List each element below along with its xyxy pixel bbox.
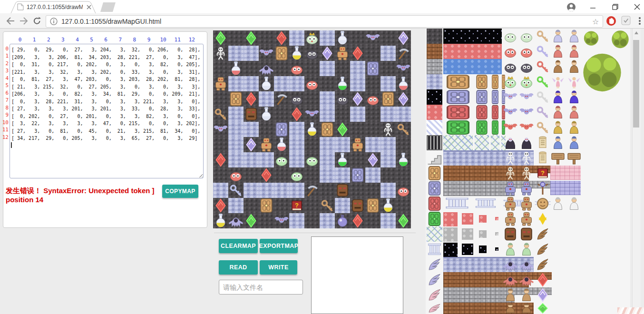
tileset-tile-graysq[interactable] <box>443 227 458 242</box>
map-tile[interactable] <box>381 152 396 167</box>
tileset-tile-book[interactable]: ? <box>535 166 550 181</box>
map-tile[interactable] <box>396 183 411 198</box>
map-tile[interactable] <box>350 122 365 137</box>
tileset-tile-wing[interactable] <box>427 303 442 314</box>
tileset-tile-tree[interactable] <box>610 29 630 49</box>
map-tile[interactable] <box>244 167 259 183</box>
map-tile[interactable] <box>396 107 411 122</box>
map-tile[interactable] <box>213 213 228 228</box>
map-tile[interactable] <box>304 137 320 152</box>
map-tile[interactable] <box>320 183 335 198</box>
tab-close-icon[interactable] <box>86 4 92 10</box>
tileset-tile-key[interactable] <box>535 74 550 89</box>
map-tile[interactable] <box>365 137 381 152</box>
tileset-tile-ghost[interactable] <box>503 257 518 272</box>
map-tile[interactable] <box>228 122 244 137</box>
tileset-tile-graysq[interactable] <box>479 230 487 238</box>
tileset-tile-scroll[interactable] <box>535 135 550 150</box>
tileset-tile-door[interactable] <box>491 89 499 105</box>
map-tile[interactable] <box>350 91 365 107</box>
map-tile[interactable] <box>396 167 411 183</box>
map-tile[interactable] <box>289 213 304 228</box>
map-tile[interactable] <box>350 61 365 76</box>
tileset-tile-stars[interactable] <box>479 245 487 253</box>
map-tile[interactable] <box>289 122 304 137</box>
tileset-tile-person[interactable] <box>550 59 566 74</box>
map-tile[interactable] <box>396 198 411 213</box>
map-tile[interactable] <box>335 30 350 46</box>
map-tile[interactable] <box>228 107 244 122</box>
map-tile[interactable] <box>228 46 244 61</box>
tileset-tile-gem[interactable] <box>535 287 550 303</box>
tileset-tile-slime[interactable] <box>519 29 534 44</box>
map-tile[interactable] <box>304 198 320 213</box>
tileset-tile-door[interactable] <box>491 120 499 135</box>
map-tile[interactable] <box>381 91 396 107</box>
exportmap-button[interactable]: EXPORTMAP <box>260 239 298 253</box>
map-tile[interactable] <box>365 46 381 61</box>
tileset-tile-golem[interactable] <box>519 211 534 226</box>
tileset-tile-door[interactable] <box>443 74 473 89</box>
tileset-tile-sign[interactable] <box>566 150 582 166</box>
tileset-tile-person[interactable] <box>503 242 518 257</box>
tileset-tile-red[interactable] <box>443 44 502 59</box>
tileset-tile-door[interactable] <box>427 166 442 181</box>
map-tile[interactable] <box>244 76 259 91</box>
map-tile[interactable] <box>320 30 335 46</box>
tileset-tile-red[interactable] <box>443 212 458 226</box>
map-tile[interactable] <box>381 198 396 213</box>
map-tile[interactable] <box>350 30 365 46</box>
tileset-tile-face[interactable] <box>503 226 518 242</box>
tileset-tile-slime[interactable] <box>503 44 518 59</box>
tileset-tile-red[interactable] <box>462 213 473 225</box>
tileset-tile-door[interactable] <box>475 120 489 135</box>
tileset-tile-door[interactable] <box>443 89 473 105</box>
map-tile[interactable] <box>289 107 304 122</box>
map-tile[interactable] <box>259 46 274 61</box>
tileset-tile-vampire[interactable] <box>503 135 518 150</box>
restore-button[interactable] <box>608 1 622 12</box>
map-tile[interactable] <box>396 213 411 228</box>
map-tile[interactable] <box>244 183 259 198</box>
map-tile[interactable] <box>320 213 335 228</box>
map-tile[interactable] <box>365 213 381 228</box>
map-tile[interactable] <box>335 91 350 107</box>
tileset-tile-key[interactable] <box>535 29 550 44</box>
copymap-button[interactable]: COPYMAP <box>162 185 198 198</box>
map-tile[interactable] <box>396 30 411 46</box>
map-tile[interactable] <box>289 137 304 152</box>
map-tile[interactable] <box>274 167 289 183</box>
tileset-tile-staff[interactable] <box>535 181 550 196</box>
scrollbar-up-icon[interactable] <box>634 31 638 34</box>
tileset-tile-golem[interactable] <box>503 211 518 226</box>
output-box[interactable] <box>311 236 403 314</box>
filename-input[interactable] <box>219 280 303 294</box>
tileset-tile-stars[interactable] <box>443 29 502 44</box>
tileset-tile-door[interactable] <box>475 74 489 89</box>
map-tile[interactable] <box>304 152 320 167</box>
tileset-tile-skeleton[interactable] <box>519 150 534 166</box>
map-tile[interactable] <box>350 137 365 152</box>
map-tile[interactable] <box>320 61 335 76</box>
page-info-icon[interactable] <box>50 18 58 27</box>
map-tile[interactable] <box>289 152 304 167</box>
map-tile[interactable] <box>365 76 381 91</box>
map-tile[interactable] <box>259 122 274 137</box>
map-tile[interactable] <box>259 91 274 107</box>
tileset-tile-stars[interactable] <box>495 247 498 251</box>
map-tile[interactable] <box>213 46 228 61</box>
map-tile[interactable] <box>274 122 289 137</box>
tileset-tile-bars[interactable] <box>427 135 442 150</box>
tileset-tile-cobble[interactable] <box>427 74 442 89</box>
map-tile[interactable] <box>274 30 289 46</box>
tileset-tile-door[interactable] <box>475 89 489 105</box>
map-tile[interactable] <box>381 137 396 152</box>
tileset-tile-rock[interactable] <box>427 29 442 44</box>
tileset-tile-pillar[interactable] <box>443 196 471 210</box>
tileset-tile-wing[interactable] <box>427 272 442 287</box>
map-tile[interactable] <box>259 61 274 76</box>
scrollbar-thumb[interactable] <box>633 40 639 128</box>
map-tile[interactable] <box>304 107 320 122</box>
clearmap-button[interactable]: CLEARMAP <box>219 239 258 253</box>
map-tile[interactable] <box>274 61 289 76</box>
